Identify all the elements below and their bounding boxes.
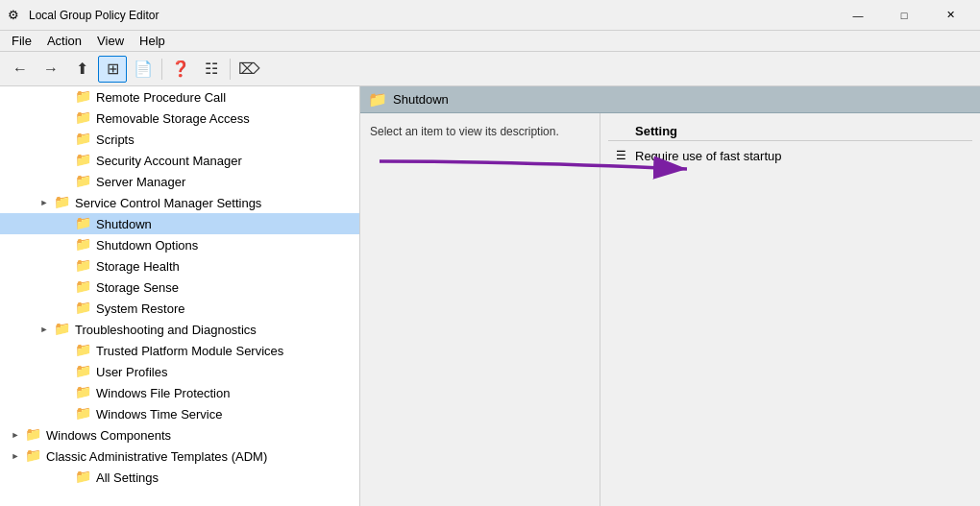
tree-item-trusted-platform[interactable]: 📁 Trusted Platform Module Services xyxy=(0,340,359,361)
tree-item-label: Shutdown xyxy=(96,217,152,231)
tree-item-label: Storage Sense xyxy=(96,280,179,295)
tree-item-system-restore[interactable]: 📁 System Restore xyxy=(0,298,359,319)
right-panel-header: 📁 Shutdown xyxy=(360,86,980,113)
maximize-button[interactable]: □ xyxy=(882,0,926,31)
tree-item-label: Storage Health xyxy=(96,259,180,274)
description-pane: Select an item to view its description. xyxy=(360,113,600,506)
back-button[interactable]: ← xyxy=(6,56,35,83)
tree-panel[interactable]: 📁 Remote Procedure Call 📁 Removable Stor… xyxy=(0,86,360,506)
expand-icon: ► xyxy=(37,195,52,210)
expand-icon xyxy=(58,153,73,168)
help-button[interactable]: ❓ xyxy=(166,56,195,83)
folder-icon: 📁 xyxy=(75,343,92,358)
tree-item-label: System Restore xyxy=(96,301,184,316)
expand-icon xyxy=(58,216,73,231)
folder-icon: 📁 xyxy=(75,364,92,379)
folder-icon: 📁 xyxy=(25,448,42,464)
toolbar-separator-2 xyxy=(230,59,231,80)
folder-icon: 📁 xyxy=(25,427,42,443)
tree-item-shutdown[interactable]: 📁 Shutdown xyxy=(0,213,359,234)
tree-item-shutdown-options[interactable]: 📁 Shutdown Options xyxy=(0,234,359,255)
expand-icon xyxy=(58,406,73,422)
expand-icon: ► xyxy=(8,448,23,464)
folder-icon: 📁 xyxy=(75,174,92,189)
tree-item-windows-time-service[interactable]: 📁 Windows Time Service xyxy=(0,403,359,424)
tree-item-label: Windows File Protection xyxy=(96,386,230,400)
menu-help[interactable]: Help xyxy=(132,32,173,50)
filter-button[interactable]: ⌦ xyxy=(234,56,263,83)
folder-icon: 📁 xyxy=(75,301,92,316)
tree-item-storage-sense[interactable]: 📁 Storage Sense xyxy=(0,277,359,298)
setting-item-label: Require use of fast startup xyxy=(635,149,781,163)
tree-item-label: Shutdown Options xyxy=(96,238,198,253)
app-icon: ⚙ xyxy=(8,8,23,23)
folder-icon: 📁 xyxy=(75,258,92,274)
expand-icon xyxy=(58,385,73,400)
folder-icon: 📁 xyxy=(54,322,71,337)
setting-item-fast-startup[interactable]: ☰ Require use of fast startup xyxy=(608,145,972,166)
minimize-button[interactable]: — xyxy=(836,0,880,31)
folder-icon: 📁 xyxy=(75,153,92,168)
menu-file[interactable]: File xyxy=(4,32,39,50)
expand-icon xyxy=(58,364,73,379)
tree-item-remote-procedure-call[interactable]: 📁 Remote Procedure Call xyxy=(0,86,359,108)
tree-item-server-manager[interactable]: 📁 Server Manager xyxy=(0,171,359,192)
tree-item-windows-components[interactable]: ► 📁 Windows Components xyxy=(0,424,359,446)
tree-item-label: Server Manager xyxy=(96,175,185,189)
expand-icon xyxy=(58,110,73,126)
title-bar-controls: — □ ✕ xyxy=(836,0,972,31)
tree-item-removable-storage[interactable]: 📁 Removable Storage Access xyxy=(0,108,359,129)
tree-item-storage-health[interactable]: 📁 Storage Health xyxy=(0,255,359,277)
menu-action[interactable]: Action xyxy=(39,32,89,50)
setting-item-icon: ☰ xyxy=(612,148,629,163)
menu-view[interactable]: View xyxy=(89,32,132,50)
folder-icon: 📁 xyxy=(75,385,92,400)
tree-item-label: Windows Components xyxy=(46,428,171,443)
folder-icon: 📁 xyxy=(75,132,92,147)
expand-icon xyxy=(58,301,73,316)
description-text: Select an item to view its description. xyxy=(370,125,559,138)
tree-item-label: Remote Procedure Call xyxy=(96,90,226,105)
tree-item-all-settings[interactable]: 📁 All Settings xyxy=(0,467,359,488)
tree-item-label: Scripts xyxy=(96,133,135,147)
tree-item-label: All Settings xyxy=(96,470,159,485)
expand-icon: ► xyxy=(8,427,23,443)
expand-icon xyxy=(58,237,73,253)
tree-item-classic-admin[interactable]: ► 📁 Classic Administrative Templates (AD… xyxy=(0,446,359,467)
toolbar-separator xyxy=(161,59,162,80)
right-panel-body: Select an item to view its description. … xyxy=(360,113,980,506)
folder-icon: 📁 xyxy=(75,279,92,295)
export-button[interactable]: 📄 xyxy=(129,56,158,83)
tree-item-security-account-manager[interactable]: 📁 Security Account Manager xyxy=(0,150,359,171)
title-bar: ⚙ Local Group Policy Editor — □ ✕ xyxy=(0,0,980,31)
tree-item-label: Removable Storage Access xyxy=(96,111,250,126)
folder-icon: 📁 xyxy=(75,406,92,422)
setting-pane: Setting ☰ Require use of fast startup xyxy=(600,113,980,506)
expand-icon xyxy=(58,279,73,295)
up-button[interactable]: ⬆ xyxy=(67,56,96,83)
view-button[interactable]: ☷ xyxy=(197,56,226,83)
tree-item-troubleshooting[interactable]: ► 📁 Troubleshooting and Diagnostics xyxy=(0,319,359,340)
expand-icon xyxy=(58,174,73,189)
expand-icon xyxy=(58,470,73,485)
folder-icon: 📁 xyxy=(75,470,92,485)
forward-button[interactable]: → xyxy=(37,56,65,83)
toolbar: ← → ⬆ ⊞ 📄 ❓ ☷ ⌦ xyxy=(0,52,980,86)
tree-item-scripts[interactable]: 📁 Scripts xyxy=(0,129,359,150)
expand-icon: ► xyxy=(37,322,52,337)
menu-bar: File Action View Help xyxy=(0,31,980,52)
window-title: Local Group Policy Editor xyxy=(29,9,836,22)
right-panel: 📁 Shutdown Select an item to view its de… xyxy=(360,86,980,506)
main-content: 📁 Remote Procedure Call 📁 Removable Stor… xyxy=(0,86,980,506)
folder-icon: 📁 xyxy=(75,110,92,126)
tree-item-windows-file-protection[interactable]: 📁 Windows File Protection xyxy=(0,382,359,403)
tree-item-label: Windows Time Service xyxy=(96,407,222,422)
right-panel-title: Shutdown xyxy=(393,92,449,107)
tree-item-label: Security Account Manager xyxy=(96,154,242,168)
tree-item-label: Service Control Manager Settings xyxy=(75,196,261,210)
tree-item-user-profiles[interactable]: 📁 User Profiles xyxy=(0,361,359,382)
tree-item-service-control-manager[interactable]: ► 📁 Service Control Manager Settings xyxy=(0,192,359,213)
column-header-spacer xyxy=(612,123,629,138)
show-hide-button[interactable]: ⊞ xyxy=(98,56,127,83)
close-button[interactable]: ✕ xyxy=(928,0,972,31)
